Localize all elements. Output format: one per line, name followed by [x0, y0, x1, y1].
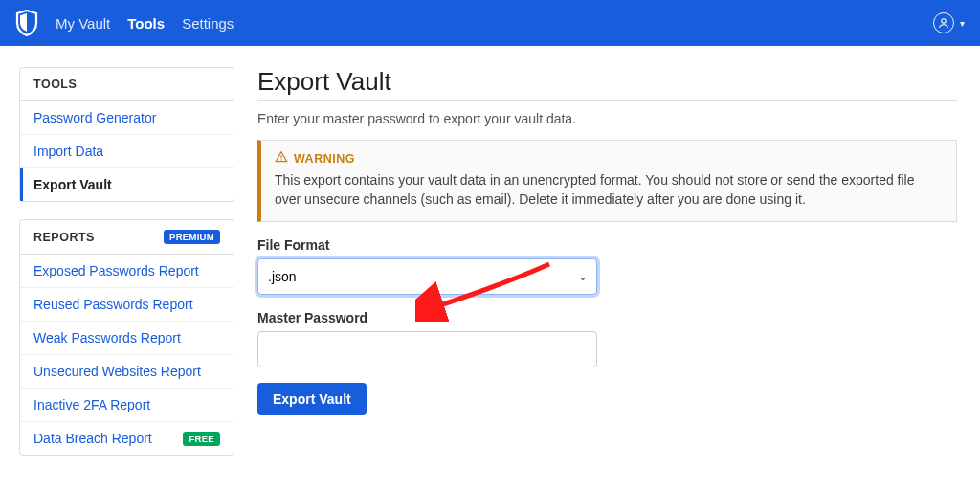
sidebar-item-label: Reused Passwords Report	[33, 297, 193, 312]
sidebar-item-import-data[interactable]: Import Data	[20, 135, 234, 168]
sidebar-item-label: Inactive 2FA Report	[33, 397, 150, 412]
sidebar-header-label: TOOLS	[33, 78, 77, 91]
sidebar-group-tools: TOOLS Password Generator Import Data Exp…	[19, 67, 234, 202]
export-vault-button[interactable]: Export Vault	[257, 383, 367, 415]
master-password-input[interactable]	[257, 331, 597, 368]
page-subtitle: Enter your master password to export you…	[257, 111, 957, 126]
sidebar-item-label: Import Data	[33, 144, 103, 159]
sidebar-item-label: Data Breach Report	[33, 431, 152, 446]
file-format-label: File Format	[257, 237, 957, 253]
sidebar-item-data-breach[interactable]: Data Breach Report FREE	[20, 422, 234, 455]
nav-settings[interactable]: Settings	[182, 15, 234, 32]
sidebar-item-reused-passwords[interactable]: Reused Passwords Report	[20, 288, 234, 322]
account-menu[interactable]: ▾	[933, 12, 965, 33]
chevron-down-icon: ▾	[960, 18, 965, 29]
top-nav: My Vault Tools Settings ▾	[0, 0, 980, 46]
nav-my-vault[interactable]: My Vault	[56, 15, 110, 32]
sidebar-item-label: Password Generator	[33, 110, 156, 125]
master-password-label: Master Password	[257, 310, 957, 325]
file-format-select[interactable]: .json	[257, 258, 597, 295]
free-badge: FREE	[183, 432, 220, 446]
sidebar-item-inactive-2fa[interactable]: Inactive 2FA Report	[20, 389, 234, 422]
sidebar-header-tools: TOOLS	[20, 68, 234, 101]
premium-badge: PREMIUM	[164, 230, 220, 244]
logo-shield-icon[interactable]	[15, 10, 38, 36]
sidebar-item-password-generator[interactable]: Password Generator	[20, 101, 234, 135]
sidebar-header-label: REPORTS	[33, 231, 95, 244]
content-area: Export Vault Enter your master password …	[257, 67, 965, 473]
sidebar-group-reports: REPORTS PREMIUM Exposed Passwords Report…	[19, 219, 234, 456]
sidebar-item-unsecured-websites[interactable]: Unsecured Websites Report	[20, 355, 234, 389]
warning-triangle-icon	[275, 150, 288, 167]
warning-heading: WARNING	[275, 150, 943, 167]
sidebar-header-reports: REPORTS PREMIUM	[20, 220, 234, 255]
main-content: TOOLS Password Generator Import Data Exp…	[0, 46, 980, 473]
sidebar-item-export-vault[interactable]: Export Vault	[20, 168, 234, 201]
file-format-select-wrap: .json ⌄	[257, 258, 597, 295]
sidebar-item-label: Unsecured Websites Report	[33, 364, 201, 379]
sidebar-item-label: Exposed Passwords Report	[33, 263, 199, 278]
sidebar-item-label: Weak Passwords Report	[33, 330, 181, 345]
sidebar: TOOLS Password Generator Import Data Exp…	[19, 67, 234, 473]
svg-point-2	[280, 159, 281, 160]
title-divider	[257, 100, 957, 101]
nav-left: My Vault Tools Settings	[15, 10, 234, 36]
warning-body: This export contains your vault data in …	[275, 170, 943, 210]
account-avatar-icon	[933, 12, 954, 33]
svg-point-0	[942, 19, 946, 23]
sidebar-item-weak-passwords[interactable]: Weak Passwords Report	[20, 322, 234, 355]
sidebar-item-label: Export Vault	[33, 177, 112, 192]
page-title: Export Vault	[257, 67, 957, 97]
sidebar-item-exposed-passwords[interactable]: Exposed Passwords Report	[20, 255, 234, 288]
warning-heading-text: WARNING	[294, 152, 355, 166]
nav-tools[interactable]: Tools	[127, 15, 165, 32]
warning-alert: WARNING This export contains your vault …	[257, 140, 957, 222]
